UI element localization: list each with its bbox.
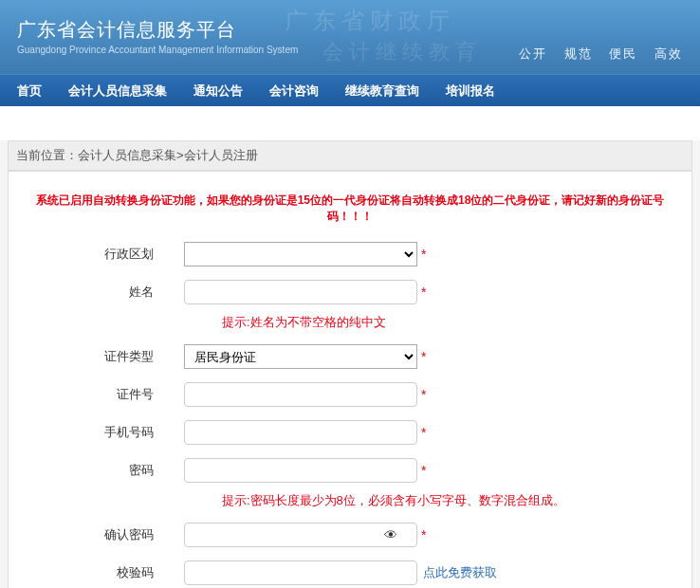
get-captcha-link[interactable]: 点此免费获取 — [423, 564, 497, 581]
required-marker: * — [421, 425, 426, 440]
header-tag: 高效 — [654, 46, 683, 61]
name-label: 姓名 — [18, 284, 184, 301]
main-nav: 首页 会计人员信息采集 通知公告 会计咨询 继续教育查询 培训报名 — [0, 74, 700, 106]
name-input[interactable] — [184, 280, 417, 304]
nav-notices[interactable]: 通知公告 — [193, 83, 243, 100]
nav-education-query[interactable]: 继续教育查询 — [345, 83, 419, 100]
breadcrumb-path: 会计人员信息采集>会计人员注册 — [78, 148, 258, 162]
nav-info-collection[interactable]: 会计人员信息采集 — [68, 83, 167, 100]
required-marker: * — [421, 527, 426, 542]
breadcrumb: 当前位置：会计人员信息采集>会计人员注册 — [8, 140, 692, 171]
required-marker: * — [421, 349, 426, 364]
phone-input[interactable] — [184, 420, 417, 445]
password-label: 密码 — [18, 462, 184, 479]
header-tags: 公开 规范 便民 高效 — [507, 46, 683, 63]
id-conversion-warning: 系统已启用自动转换身份证功能，如果您的身份证是15位的一代身份证将自动转换成18… — [18, 172, 682, 238]
region-label: 行政区划 — [18, 246, 184, 263]
header-watermark-2: 会计继续教育 — [322, 38, 482, 66]
captcha-input[interactable] — [184, 560, 417, 585]
eye-icon[interactable]: 👁 — [384, 527, 397, 542]
password-hint: 提示:密码长度最少为8位，必须含有小写字母、数字混合组成。 — [18, 492, 682, 509]
header-tag: 公开 — [519, 46, 547, 61]
name-hint: 提示:姓名为不带空格的纯中文 — [18, 314, 682, 331]
confirm-password-input[interactable] — [184, 523, 417, 547]
confirm-password-label: 确认密码 — [18, 526, 184, 543]
header-watermark-1: 广东省财政厅 — [285, 6, 455, 36]
header-tag: 规范 — [564, 46, 593, 61]
idtype-label: 证件类型 — [18, 348, 184, 365]
captcha-label: 校验码 — [18, 564, 184, 581]
nav-home[interactable]: 首页 — [17, 83, 42, 100]
header-tag: 便民 — [609, 46, 637, 61]
phone-label: 手机号码 — [18, 424, 184, 441]
password-input[interactable] — [184, 458, 417, 483]
required-marker: * — [421, 463, 426, 478]
spacer — [0, 106, 700, 140]
idnumber-label: 证件号 — [18, 386, 184, 403]
page-header: 广东省会计信息服务平台 Guangdong Province Accountan… — [0, 0, 700, 74]
nav-training-signup[interactable]: 培训报名 — [446, 83, 495, 100]
breadcrumb-prefix: 当前位置： — [16, 148, 78, 162]
region-select[interactable] — [184, 242, 417, 266]
required-marker: * — [421, 285, 426, 300]
required-marker: * — [421, 387, 426, 402]
required-marker: * — [421, 247, 426, 262]
idtype-select[interactable]: 居民身份证 — [184, 344, 417, 369]
idnumber-input[interactable] — [184, 382, 417, 407]
nav-consulting[interactable]: 会计咨询 — [269, 83, 319, 100]
form-area: 系统已启用自动转换身份证功能，如果您的身份证是15位的一代身份证将自动转换成18… — [8, 171, 692, 588]
